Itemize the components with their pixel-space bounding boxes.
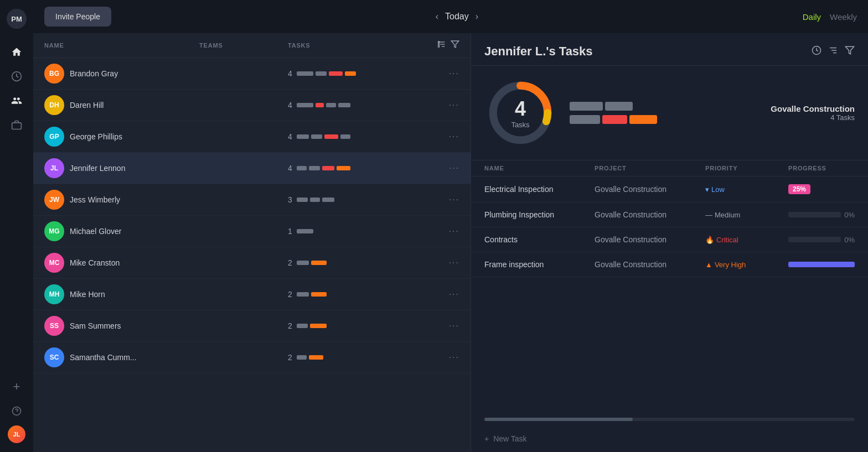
person-row-mike-cranston[interactable]: MC Mike Cranston 2 ···	[33, 247, 471, 279]
task-bar-area: 2	[288, 321, 426, 330]
sidebar-item-home[interactable]	[7, 42, 27, 62]
priority-label: Very High	[715, 261, 746, 269]
donut-count: 4	[511, 97, 529, 121]
person-info: GP George Phillips	[44, 127, 199, 147]
task-bar	[340, 134, 350, 139]
task-row[interactable]: Contracts Govalle Construction 🔥 Critica…	[471, 227, 868, 252]
task-bar	[338, 103, 350, 107]
daily-view-button[interactable]: Daily	[803, 12, 821, 22]
row-actions[interactable]: ···	[426, 69, 459, 79]
settings-icon[interactable]	[437, 40, 446, 51]
person-avatar: SC	[44, 347, 64, 367]
progress-zero-area: 0%	[788, 236, 855, 244]
person-row-jennifer-lennon[interactable]: JL Jennifer Lennon 4 ···	[33, 153, 471, 184]
task-bar	[322, 166, 334, 170]
row-actions[interactable]: ···	[426, 352, 459, 362]
task-bar	[337, 166, 350, 170]
tasks-settings-icon[interactable]	[828, 45, 838, 58]
task-col-name: NAME	[484, 165, 595, 172]
task-bar	[316, 103, 324, 107]
svg-marker-15	[846, 46, 854, 54]
topbar: Invite People ‹ Today › Daily Weekly	[33, 0, 868, 33]
task-row[interactable]: Frame inspection Govalle Construction ▲ …	[471, 252, 868, 277]
person-row-sam-summers[interactable]: SS Sam Summers 2 ···	[33, 310, 471, 342]
task-bar	[297, 261, 309, 265]
sidebar-item-people[interactable]	[7, 91, 27, 111]
progress-zero: 0%	[844, 211, 855, 219]
progress-cell: 25%	[788, 184, 855, 194]
task-bar	[297, 103, 313, 107]
task-bar-area: 2	[288, 353, 426, 362]
person-row-brandon-gray[interactable]: BG Brandon Gray 4 ···	[33, 58, 471, 90]
sidebar-help-button[interactable]	[7, 401, 27, 421]
person-avatar: JL	[44, 158, 64, 178]
person-avatar: JW	[44, 190, 64, 210]
person-avatar: MC	[44, 253, 64, 273]
progress-cell	[788, 262, 855, 267]
tasks-filter-icon[interactable]	[845, 45, 855, 58]
task-bars	[297, 103, 350, 107]
task-name: Frame inspection	[484, 260, 595, 269]
people-panel: NAME TEAMS TASKS BG Brandon Gray	[33, 33, 471, 452]
filter-icon[interactable]	[451, 40, 459, 51]
priority-dash-icon: —	[705, 211, 712, 219]
row-actions[interactable]: ···	[426, 163, 459, 173]
summary-bar-4	[602, 115, 627, 124]
tasks-clock-icon[interactable]	[812, 45, 822, 58]
task-bar-area: 4	[288, 69, 426, 78]
user-avatar[interactable]: JL	[8, 425, 25, 443]
prev-day-button[interactable]: ‹	[436, 12, 438, 22]
app-logo: PM	[7, 9, 27, 29]
row-actions[interactable]: ···	[426, 226, 459, 236]
new-task-button[interactable]: + New Task	[471, 425, 868, 452]
person-row-jess-wimberly[interactable]: JW Jess Wimberly 3 ···	[33, 184, 471, 216]
tasks-rows: Electrical Inspection Govalle Constructi…	[471, 176, 868, 277]
person-info: SS Sam Summers	[44, 316, 199, 336]
task-bar-area: 2	[288, 258, 426, 267]
svg-rect-1	[12, 123, 22, 129]
person-row-george-phillips[interactable]: GP George Phillips 4 ···	[33, 121, 471, 153]
row-actions[interactable]: ···	[426, 132, 459, 142]
person-name: Mike Cranston	[70, 258, 120, 267]
task-row[interactable]: Plumbing Inspection Govalle Construction…	[471, 202, 868, 227]
invite-people-button[interactable]: Invite People	[44, 7, 111, 27]
weekly-view-button[interactable]: Weekly	[830, 12, 857, 22]
task-bar	[326, 103, 336, 107]
task-bar	[297, 229, 313, 233]
person-avatar: DH	[44, 95, 64, 115]
person-row-mike-horn[interactable]: MH Mike Horn 2 ···	[33, 279, 471, 310]
task-bar	[322, 198, 334, 202]
person-row-michael-glover[interactable]: MG Michael Glover 1 ···	[33, 216, 471, 247]
task-bar	[311, 292, 327, 297]
svg-point-9	[438, 46, 440, 48]
person-row-samantha-cumm[interactable]: SC Samantha Cumm... 2 ···	[33, 342, 471, 373]
svg-point-8	[438, 44, 440, 45]
svg-point-7	[438, 41, 440, 43]
person-info: MC Mike Cranston	[44, 253, 199, 273]
tasks-panel: Jennifer L.'s Tasks	[471, 33, 868, 452]
priority-badge: ▲ Very High	[705, 261, 788, 269]
person-avatar: GP	[44, 127, 64, 147]
next-day-button[interactable]: ›	[476, 12, 478, 22]
task-row[interactable]: Electrical Inspection Govalle Constructi…	[471, 176, 868, 202]
task-bar	[345, 71, 356, 76]
summary-bar-1	[570, 102, 603, 111]
tasks-summary: 4 Tasks	[471, 66, 868, 160]
row-actions[interactable]: ···	[426, 289, 459, 299]
row-actions[interactable]: ···	[426, 321, 459, 331]
person-name: George Phillips	[70, 132, 122, 141]
tasks-scrollbar	[484, 418, 855, 421]
person-avatar: SS	[44, 316, 64, 336]
sidebar-item-briefcase[interactable]	[7, 115, 27, 135]
task-bar-area: 4	[288, 132, 426, 141]
person-row-daren-hill[interactable]: DH Daren Hill 4 ···	[33, 90, 471, 121]
sidebar-add-button[interactable]: +	[7, 377, 27, 397]
row-actions[interactable]: ···	[426, 195, 459, 205]
sidebar-item-clock[interactable]	[7, 66, 27, 86]
row-actions[interactable]: ···	[426, 100, 459, 110]
view-switcher: Daily Weekly	[803, 12, 857, 22]
progress-zero: 0%	[844, 236, 855, 244]
row-actions[interactable]: ···	[426, 258, 459, 268]
person-name: Mike Horn	[70, 290, 105, 299]
svg-marker-10	[451, 41, 458, 48]
